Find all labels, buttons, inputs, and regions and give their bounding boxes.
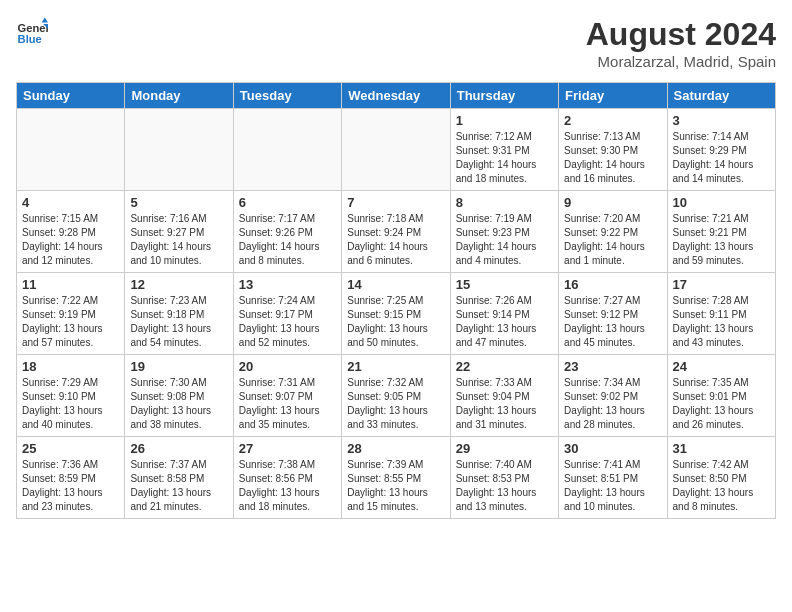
day-number: 13 [239,277,336,292]
day-number: 9 [564,195,661,210]
svg-text:Blue: Blue [18,33,42,45]
weekday-header-cell: Tuesday [233,83,341,109]
calendar-subtitle: Moralzarzal, Madrid, Spain [586,53,776,70]
day-number: 4 [22,195,119,210]
calendar-day-cell: 11Sunrise: 7:22 AM Sunset: 9:19 PM Dayli… [17,273,125,355]
calendar-day-cell: 23Sunrise: 7:34 AM Sunset: 9:02 PM Dayli… [559,355,667,437]
day-detail: Sunrise: 7:27 AM Sunset: 9:12 PM Dayligh… [564,294,661,350]
calendar-day-cell: 29Sunrise: 7:40 AM Sunset: 8:53 PM Dayli… [450,437,558,519]
day-detail: Sunrise: 7:37 AM Sunset: 8:58 PM Dayligh… [130,458,227,514]
calendar-day-cell [17,109,125,191]
calendar-day-cell: 27Sunrise: 7:38 AM Sunset: 8:56 PM Dayli… [233,437,341,519]
day-number: 19 [130,359,227,374]
day-detail: Sunrise: 7:34 AM Sunset: 9:02 PM Dayligh… [564,376,661,432]
calendar-day-cell: 18Sunrise: 7:29 AM Sunset: 9:10 PM Dayli… [17,355,125,437]
day-number: 1 [456,113,553,128]
calendar-day-cell: 3Sunrise: 7:14 AM Sunset: 9:29 PM Daylig… [667,109,775,191]
day-detail: Sunrise: 7:31 AM Sunset: 9:07 PM Dayligh… [239,376,336,432]
calendar-day-cell: 16Sunrise: 7:27 AM Sunset: 9:12 PM Dayli… [559,273,667,355]
day-detail: Sunrise: 7:20 AM Sunset: 9:22 PM Dayligh… [564,212,661,268]
calendar-week-row: 11Sunrise: 7:22 AM Sunset: 9:19 PM Dayli… [17,273,776,355]
calendar-day-cell: 28Sunrise: 7:39 AM Sunset: 8:55 PM Dayli… [342,437,450,519]
day-detail: Sunrise: 7:12 AM Sunset: 9:31 PM Dayligh… [456,130,553,186]
day-number: 12 [130,277,227,292]
calendar-day-cell [342,109,450,191]
day-detail: Sunrise: 7:42 AM Sunset: 8:50 PM Dayligh… [673,458,770,514]
day-detail: Sunrise: 7:36 AM Sunset: 8:59 PM Dayligh… [22,458,119,514]
calendar-day-cell [233,109,341,191]
day-detail: Sunrise: 7:25 AM Sunset: 9:15 PM Dayligh… [347,294,444,350]
logo: General Blue [16,16,48,48]
day-detail: Sunrise: 7:18 AM Sunset: 9:24 PM Dayligh… [347,212,444,268]
title-block: August 2024 Moralzarzal, Madrid, Spain [586,16,776,70]
day-detail: Sunrise: 7:26 AM Sunset: 9:14 PM Dayligh… [456,294,553,350]
day-number: 30 [564,441,661,456]
calendar-day-cell: 31Sunrise: 7:42 AM Sunset: 8:50 PM Dayli… [667,437,775,519]
calendar-day-cell: 26Sunrise: 7:37 AM Sunset: 8:58 PM Dayli… [125,437,233,519]
day-number: 6 [239,195,336,210]
day-detail: Sunrise: 7:23 AM Sunset: 9:18 PM Dayligh… [130,294,227,350]
day-number: 31 [673,441,770,456]
day-number: 25 [22,441,119,456]
weekday-header-cell: Monday [125,83,233,109]
calendar-day-cell [125,109,233,191]
day-number: 3 [673,113,770,128]
calendar-day-cell: 4Sunrise: 7:15 AM Sunset: 9:28 PM Daylig… [17,191,125,273]
day-detail: Sunrise: 7:19 AM Sunset: 9:23 PM Dayligh… [456,212,553,268]
day-detail: Sunrise: 7:33 AM Sunset: 9:04 PM Dayligh… [456,376,553,432]
calendar-day-cell: 15Sunrise: 7:26 AM Sunset: 9:14 PM Dayli… [450,273,558,355]
svg-marker-2 [42,18,48,23]
day-detail: Sunrise: 7:28 AM Sunset: 9:11 PM Dayligh… [673,294,770,350]
svg-text:General: General [18,22,48,34]
page-header: General Blue August 2024 Moralzarzal, Ma… [16,16,776,70]
weekday-header-cell: Friday [559,83,667,109]
day-number: 5 [130,195,227,210]
calendar-day-cell: 1Sunrise: 7:12 AM Sunset: 9:31 PM Daylig… [450,109,558,191]
calendar-body: 1Sunrise: 7:12 AM Sunset: 9:31 PM Daylig… [17,109,776,519]
day-number: 7 [347,195,444,210]
calendar-table: SundayMondayTuesdayWednesdayThursdayFrid… [16,82,776,519]
weekday-header-row: SundayMondayTuesdayWednesdayThursdayFrid… [17,83,776,109]
calendar-day-cell: 17Sunrise: 7:28 AM Sunset: 9:11 PM Dayli… [667,273,775,355]
weekday-header-cell: Saturday [667,83,775,109]
day-detail: Sunrise: 7:35 AM Sunset: 9:01 PM Dayligh… [673,376,770,432]
calendar-day-cell: 20Sunrise: 7:31 AM Sunset: 9:07 PM Dayli… [233,355,341,437]
calendar-day-cell: 14Sunrise: 7:25 AM Sunset: 9:15 PM Dayli… [342,273,450,355]
day-detail: Sunrise: 7:39 AM Sunset: 8:55 PM Dayligh… [347,458,444,514]
day-detail: Sunrise: 7:17 AM Sunset: 9:26 PM Dayligh… [239,212,336,268]
day-detail: Sunrise: 7:40 AM Sunset: 8:53 PM Dayligh… [456,458,553,514]
day-number: 26 [130,441,227,456]
day-number: 15 [456,277,553,292]
calendar-week-row: 18Sunrise: 7:29 AM Sunset: 9:10 PM Dayli… [17,355,776,437]
calendar-title: August 2024 [586,16,776,53]
calendar-day-cell: 19Sunrise: 7:30 AM Sunset: 9:08 PM Dayli… [125,355,233,437]
calendar-day-cell: 25Sunrise: 7:36 AM Sunset: 8:59 PM Dayli… [17,437,125,519]
calendar-week-row: 1Sunrise: 7:12 AM Sunset: 9:31 PM Daylig… [17,109,776,191]
day-detail: Sunrise: 7:24 AM Sunset: 9:17 PM Dayligh… [239,294,336,350]
calendar-day-cell: 2Sunrise: 7:13 AM Sunset: 9:30 PM Daylig… [559,109,667,191]
day-detail: Sunrise: 7:13 AM Sunset: 9:30 PM Dayligh… [564,130,661,186]
day-number: 29 [456,441,553,456]
day-detail: Sunrise: 7:21 AM Sunset: 9:21 PM Dayligh… [673,212,770,268]
day-number: 23 [564,359,661,374]
calendar-day-cell: 21Sunrise: 7:32 AM Sunset: 9:05 PM Dayli… [342,355,450,437]
day-number: 17 [673,277,770,292]
weekday-header-cell: Thursday [450,83,558,109]
day-number: 18 [22,359,119,374]
calendar-day-cell: 9Sunrise: 7:20 AM Sunset: 9:22 PM Daylig… [559,191,667,273]
day-number: 24 [673,359,770,374]
calendar-day-cell: 30Sunrise: 7:41 AM Sunset: 8:51 PM Dayli… [559,437,667,519]
day-number: 21 [347,359,444,374]
day-detail: Sunrise: 7:16 AM Sunset: 9:27 PM Dayligh… [130,212,227,268]
day-number: 2 [564,113,661,128]
day-number: 20 [239,359,336,374]
day-number: 22 [456,359,553,374]
weekday-header-cell: Sunday [17,83,125,109]
calendar-day-cell: 8Sunrise: 7:19 AM Sunset: 9:23 PM Daylig… [450,191,558,273]
day-detail: Sunrise: 7:41 AM Sunset: 8:51 PM Dayligh… [564,458,661,514]
day-detail: Sunrise: 7:14 AM Sunset: 9:29 PM Dayligh… [673,130,770,186]
calendar-week-row: 25Sunrise: 7:36 AM Sunset: 8:59 PM Dayli… [17,437,776,519]
day-detail: Sunrise: 7:30 AM Sunset: 9:08 PM Dayligh… [130,376,227,432]
calendar-day-cell: 24Sunrise: 7:35 AM Sunset: 9:01 PM Dayli… [667,355,775,437]
calendar-day-cell: 12Sunrise: 7:23 AM Sunset: 9:18 PM Dayli… [125,273,233,355]
